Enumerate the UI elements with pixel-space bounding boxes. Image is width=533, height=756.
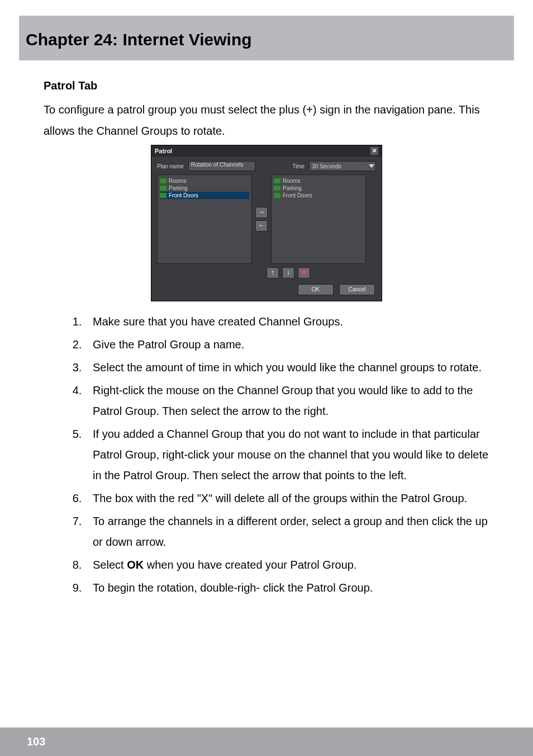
delete-all-button[interactable]: ✖ [298, 267, 310, 278]
step-item: The box with the red "X" will delete all… [85, 488, 489, 509]
step-item: To begin the rotation, double-righ- clic… [85, 578, 489, 598]
group-icon [274, 178, 280, 183]
available-groups-pane[interactable]: Rooms Parking Front Doors [157, 174, 252, 264]
step-bold: OK [127, 559, 144, 571]
page-number: 103 [27, 735, 45, 748]
chapter-heading: Chapter 24: Internet Viewing [19, 16, 514, 60]
list-item[interactable]: Rooms [274, 177, 363, 185]
section-heading-patrol-tab: Patrol Tab [44, 79, 489, 92]
chevron-down-icon [369, 164, 374, 168]
step-item: Select OK when you have created your Pat… [85, 555, 489, 575]
step-item: Give the Patrol Group a name. [85, 334, 489, 355]
list-item-label: Front Doors [169, 192, 198, 199]
group-icon [160, 193, 166, 198]
dialog-title: Patrol [155, 148, 172, 154]
plan-name-label: Plan name [157, 163, 184, 169]
arrow-right-button[interactable]: → [255, 207, 268, 218]
list-item-label: Rooms [283, 178, 301, 184]
intro-paragraph: To configure a patrol group you must sel… [44, 99, 489, 141]
dialog-titlebar: Patrol ✕ [151, 145, 382, 157]
time-label: Time [292, 163, 304, 169]
close-icon[interactable]: ✕ [370, 147, 378, 155]
group-icon [160, 186, 166, 191]
order-buttons-row: ↑ ↓ ✖ [151, 267, 382, 282]
list-item[interactable]: Front Doors [160, 192, 249, 199]
patrol-dialog-screenshot: Patrol ✕ Plan name Rotation of Channels … [151, 145, 382, 301]
list-item-label: Parking [283, 185, 302, 191]
step-item: Select the amount of time in which you w… [85, 357, 489, 378]
list-item-label: Front Doors [283, 192, 312, 199]
time-dropdown-value: 30 Seconds [312, 163, 341, 169]
dialog-actions: OK Cancel [151, 282, 382, 301]
time-dropdown[interactable]: 30 Seconds [309, 161, 376, 171]
group-icon [274, 186, 280, 191]
transfer-buttons: → ← [255, 174, 268, 264]
list-item-label: Parking [169, 185, 188, 191]
list-item[interactable]: Front Doors [274, 192, 363, 199]
selected-groups-pane[interactable]: Rooms Parking Front Doors [271, 174, 366, 264]
step-text: Select [93, 559, 127, 571]
page-footer: 103 [0, 727, 533, 756]
arrow-down-button[interactable]: ↓ [282, 267, 294, 278]
step-item: To arrange the channels in a different o… [85, 511, 489, 552]
dialog-top-row: Plan name Rotation of Channels Time 30 S… [151, 157, 382, 174]
step-item: Make sure that you have created Channel … [85, 311, 489, 332]
step-item: Right-click the mouse on the Channel Gro… [85, 380, 489, 422]
arrow-left-button[interactable]: ← [255, 220, 268, 231]
list-item[interactable]: Parking [160, 185, 249, 192]
step-text: when you have created your Patrol Group. [144, 559, 356, 571]
ok-button[interactable]: OK [298, 284, 334, 295]
plan-name-input[interactable]: Rotation of Channels [188, 161, 255, 171]
list-item[interactable]: Parking [274, 185, 363, 192]
group-icon [274, 193, 280, 198]
list-item[interactable]: Rooms [160, 177, 249, 185]
cancel-button[interactable]: Cancel [339, 284, 375, 295]
step-item: If you added a Channel Group that you do… [85, 424, 489, 486]
list-item-label: Rooms [169, 178, 187, 184]
steps-list: Make sure that you have created Channel … [44, 311, 489, 598]
arrow-up-button[interactable]: ↑ [266, 267, 279, 278]
group-icon [160, 178, 166, 183]
